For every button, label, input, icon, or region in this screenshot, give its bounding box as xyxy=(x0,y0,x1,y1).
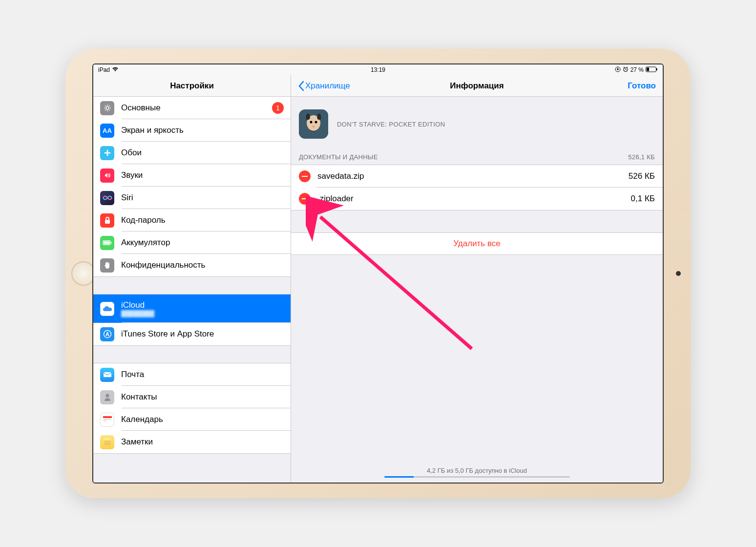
file-row[interactable]: .ziploader 0,1 КБ xyxy=(291,188,663,210)
contacts-icon xyxy=(100,390,114,404)
delete-all-button[interactable]: Удалить все xyxy=(291,232,663,255)
sidebar-item-battery[interactable]: Аккумулятор xyxy=(93,231,291,254)
section-label: ДОКУМЕНТЫ И ДАННЫЕ xyxy=(299,153,378,161)
sidebar-label: Обои xyxy=(121,148,142,158)
sidebar-item-appstore[interactable]: A iTunes Store и App Store xyxy=(93,323,291,345)
svg-point-19 xyxy=(105,394,109,398)
app-header: DON'T STARVE: POCKET EDITION xyxy=(291,97,663,149)
main-header: Хранилище Информация Готово xyxy=(291,75,663,97)
svg-rect-14 xyxy=(104,242,109,244)
file-name: .ziploader xyxy=(317,194,354,204)
main-panel: Хранилище Информация Готово DON'T STARVE… xyxy=(291,75,663,483)
battery-percent: 27 % xyxy=(630,66,644,73)
sidebar-item-siri[interactable]: Siri xyxy=(93,187,291,209)
notes-icon xyxy=(100,435,114,449)
storage-bar xyxy=(384,476,570,478)
display-icon: AA xyxy=(100,124,114,138)
done-button[interactable]: Готово xyxy=(628,81,656,91)
svg-rect-28 xyxy=(104,439,111,440)
sidebar-label: Почта xyxy=(121,370,144,379)
svg-rect-22 xyxy=(105,419,106,420)
sidebar-label: Звуки xyxy=(121,170,143,180)
sidebar-item-sounds[interactable]: Звуки xyxy=(93,164,291,187)
delete-file-button[interactable] xyxy=(299,170,311,182)
svg-rect-20 xyxy=(103,416,112,418)
sidebar-item-general[interactable]: Основные 1 xyxy=(93,97,291,119)
appstore-icon: A xyxy=(100,327,114,341)
back-button[interactable]: Хранилище xyxy=(298,81,350,91)
wifi-icon xyxy=(112,66,119,73)
device-label: iPad xyxy=(98,66,110,73)
svg-rect-24 xyxy=(108,419,109,420)
svg-point-35 xyxy=(315,121,317,124)
sidebar-label: Заметки xyxy=(121,437,153,447)
screen: iPad 13:19 27 % Настрой xyxy=(92,63,664,484)
delete-file-button[interactable] xyxy=(299,193,311,205)
battery-setting-icon xyxy=(100,236,114,250)
wallpaper-icon xyxy=(100,146,114,160)
svg-text:A: A xyxy=(105,331,109,337)
ipad-frame: iPad 13:19 27 % Настрой xyxy=(65,49,691,498)
svg-point-10 xyxy=(104,152,106,154)
camera-dot xyxy=(676,271,681,276)
sidebar-label: Конфиденциальность xyxy=(121,260,205,270)
sidebar-item-display[interactable]: AA Экран и яркость xyxy=(93,119,291,142)
siri-icon xyxy=(100,191,114,205)
file-row[interactable]: savedata.zip 526 КБ xyxy=(291,165,663,188)
sidebar-label: Код-пароль xyxy=(121,215,166,225)
storage-footer: 4,2 ГБ из 5,0 ГБ доступно в iCloud xyxy=(384,467,570,478)
svg-rect-25 xyxy=(109,419,110,420)
sidebar-label: Основные xyxy=(121,103,161,113)
page-title: Информация xyxy=(450,81,504,91)
storage-text: 4,2 ГБ из 5,0 ГБ доступно в iCloud xyxy=(427,467,527,474)
file-size: 526 КБ xyxy=(629,171,655,181)
svg-point-34 xyxy=(310,121,313,124)
svg-point-7 xyxy=(106,152,108,154)
cloud-icon xyxy=(100,302,114,316)
sidebar-label: Аккумулятор xyxy=(121,238,170,248)
svg-rect-4 xyxy=(647,67,649,71)
sidebar-item-calendar[interactable]: Календарь xyxy=(93,408,291,431)
svg-point-11 xyxy=(108,152,110,154)
calendar-icon xyxy=(100,413,114,427)
sidebar-item-mail[interactable]: Почта xyxy=(93,363,291,386)
svg-point-6 xyxy=(106,106,109,109)
svg-rect-21 xyxy=(104,419,105,420)
svg-rect-5 xyxy=(656,68,657,70)
sidebar-label: Календарь xyxy=(121,415,163,424)
sidebar-label: Экран и яркость xyxy=(121,126,184,135)
svg-rect-12 xyxy=(105,220,110,224)
section-size: 526,1 КБ xyxy=(628,153,655,161)
sidebar-item-icloud[interactable]: iCloud ████████ xyxy=(93,295,291,323)
sidebar-label: Контакты xyxy=(121,392,157,402)
file-size: 0,1 КБ xyxy=(631,194,655,204)
lock-icon xyxy=(100,213,114,228)
file-name: savedata.zip xyxy=(317,171,364,181)
svg-rect-1 xyxy=(617,69,618,70)
svg-rect-27 xyxy=(105,421,106,421)
status-time: 13:19 xyxy=(371,66,385,73)
sidebar-item-passcode[interactable]: Код-пароль xyxy=(93,209,291,231)
sidebar-item-privacy[interactable]: Конфиденциальность xyxy=(93,254,291,276)
sidebar-item-wallpaper[interactable]: Обои xyxy=(93,142,291,164)
notification-badge: 1 xyxy=(272,102,284,114)
alarm-icon xyxy=(623,66,629,74)
back-label: Хранилище xyxy=(305,81,350,91)
hand-icon xyxy=(100,258,114,273)
orientation-lock-icon xyxy=(615,66,621,74)
sidebar-label: iTunes Store и App Store xyxy=(121,329,214,339)
gear-icon xyxy=(100,101,114,115)
sidebar-title: Настройки xyxy=(93,75,291,97)
sidebar-item-notes[interactable]: Заметки xyxy=(93,431,291,453)
app-icon xyxy=(299,109,328,139)
sidebar-label: iCloud xyxy=(121,300,154,310)
battery-icon xyxy=(646,66,658,74)
svg-point-8 xyxy=(106,150,108,152)
svg-rect-26 xyxy=(104,421,105,421)
sidebar-item-contacts[interactable]: Контакты xyxy=(93,386,291,408)
settings-sidebar: Настройки Основные 1 AA Экран и яркость … xyxy=(93,75,291,483)
sidebar-label: Siri xyxy=(121,193,133,203)
section-header: ДОКУМЕНТЫ И ДАННЫЕ 526,1 КБ xyxy=(291,149,663,165)
app-name: DON'T STARVE: POCKET EDITION xyxy=(337,121,445,128)
file-list: savedata.zip 526 КБ .ziploader 0,1 КБ xyxy=(291,165,663,210)
